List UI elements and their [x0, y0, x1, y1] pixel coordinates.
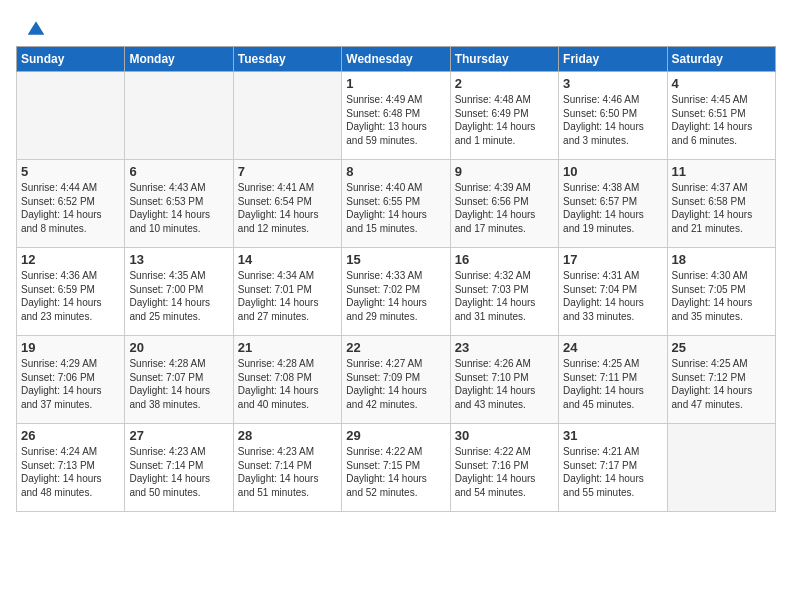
svg-marker-0 — [28, 21, 45, 34]
day-info: Sunrise: 4:23 AMSunset: 7:14 PMDaylight:… — [238, 445, 337, 499]
day-number: 17 — [563, 252, 662, 267]
calendar-cell: 26Sunrise: 4:24 AMSunset: 7:13 PMDayligh… — [17, 424, 125, 512]
day-info: Sunrise: 4:28 AMSunset: 7:07 PMDaylight:… — [129, 357, 228, 411]
calendar-week-row: 12Sunrise: 4:36 AMSunset: 6:59 PMDayligh… — [17, 248, 776, 336]
day-info: Sunrise: 4:21 AMSunset: 7:17 PMDaylight:… — [563, 445, 662, 499]
calendar-cell: 23Sunrise: 4:26 AMSunset: 7:10 PMDayligh… — [450, 336, 558, 424]
page-header — [0, 0, 792, 46]
day-info: Sunrise: 4:29 AMSunset: 7:06 PMDaylight:… — [21, 357, 120, 411]
day-info: Sunrise: 4:27 AMSunset: 7:09 PMDaylight:… — [346, 357, 445, 411]
day-info: Sunrise: 4:25 AMSunset: 7:11 PMDaylight:… — [563, 357, 662, 411]
logo-icon — [26, 18, 46, 38]
weekday-header-thursday: Thursday — [450, 47, 558, 72]
day-info: Sunrise: 4:22 AMSunset: 7:16 PMDaylight:… — [455, 445, 554, 499]
calendar-cell: 19Sunrise: 4:29 AMSunset: 7:06 PMDayligh… — [17, 336, 125, 424]
day-info: Sunrise: 4:35 AMSunset: 7:00 PMDaylight:… — [129, 269, 228, 323]
day-number: 31 — [563, 428, 662, 443]
day-number: 14 — [238, 252, 337, 267]
day-number: 28 — [238, 428, 337, 443]
calendar-week-row: 19Sunrise: 4:29 AMSunset: 7:06 PMDayligh… — [17, 336, 776, 424]
calendar-cell: 5Sunrise: 4:44 AMSunset: 6:52 PMDaylight… — [17, 160, 125, 248]
calendar-cell — [233, 72, 341, 160]
day-info: Sunrise: 4:44 AMSunset: 6:52 PMDaylight:… — [21, 181, 120, 235]
weekday-header-monday: Monday — [125, 47, 233, 72]
calendar-cell: 2Sunrise: 4:48 AMSunset: 6:49 PMDaylight… — [450, 72, 558, 160]
calendar-week-row: 26Sunrise: 4:24 AMSunset: 7:13 PMDayligh… — [17, 424, 776, 512]
day-info: Sunrise: 4:48 AMSunset: 6:49 PMDaylight:… — [455, 93, 554, 147]
calendar-cell: 13Sunrise: 4:35 AMSunset: 7:00 PMDayligh… — [125, 248, 233, 336]
day-info: Sunrise: 4:49 AMSunset: 6:48 PMDaylight:… — [346, 93, 445, 147]
day-number: 29 — [346, 428, 445, 443]
calendar-cell — [667, 424, 775, 512]
calendar-cell: 18Sunrise: 4:30 AMSunset: 7:05 PMDayligh… — [667, 248, 775, 336]
day-number: 13 — [129, 252, 228, 267]
day-info: Sunrise: 4:36 AMSunset: 6:59 PMDaylight:… — [21, 269, 120, 323]
day-number: 20 — [129, 340, 228, 355]
calendar-cell: 12Sunrise: 4:36 AMSunset: 6:59 PMDayligh… — [17, 248, 125, 336]
day-number: 3 — [563, 76, 662, 91]
day-number: 8 — [346, 164, 445, 179]
calendar-cell: 28Sunrise: 4:23 AMSunset: 7:14 PMDayligh… — [233, 424, 341, 512]
day-number: 1 — [346, 76, 445, 91]
calendar-cell: 1Sunrise: 4:49 AMSunset: 6:48 PMDaylight… — [342, 72, 450, 160]
day-info: Sunrise: 4:30 AMSunset: 7:05 PMDaylight:… — [672, 269, 771, 323]
calendar-cell: 16Sunrise: 4:32 AMSunset: 7:03 PMDayligh… — [450, 248, 558, 336]
day-info: Sunrise: 4:32 AMSunset: 7:03 PMDaylight:… — [455, 269, 554, 323]
calendar-table: SundayMondayTuesdayWednesdayThursdayFrid… — [16, 46, 776, 512]
day-info: Sunrise: 4:31 AMSunset: 7:04 PMDaylight:… — [563, 269, 662, 323]
day-number: 6 — [129, 164, 228, 179]
calendar-body: 1Sunrise: 4:49 AMSunset: 6:48 PMDaylight… — [17, 72, 776, 512]
calendar-cell — [17, 72, 125, 160]
day-number: 27 — [129, 428, 228, 443]
calendar-cell: 17Sunrise: 4:31 AMSunset: 7:04 PMDayligh… — [559, 248, 667, 336]
day-number: 5 — [21, 164, 120, 179]
day-number: 19 — [21, 340, 120, 355]
calendar-week-row: 5Sunrise: 4:44 AMSunset: 6:52 PMDaylight… — [17, 160, 776, 248]
day-number: 7 — [238, 164, 337, 179]
day-info: Sunrise: 4:40 AMSunset: 6:55 PMDaylight:… — [346, 181, 445, 235]
day-info: Sunrise: 4:25 AMSunset: 7:12 PMDaylight:… — [672, 357, 771, 411]
day-number: 18 — [672, 252, 771, 267]
day-info: Sunrise: 4:22 AMSunset: 7:15 PMDaylight:… — [346, 445, 445, 499]
day-number: 22 — [346, 340, 445, 355]
weekday-header-row: SundayMondayTuesdayWednesdayThursdayFrid… — [17, 47, 776, 72]
calendar-cell: 14Sunrise: 4:34 AMSunset: 7:01 PMDayligh… — [233, 248, 341, 336]
day-number: 21 — [238, 340, 337, 355]
calendar-cell: 9Sunrise: 4:39 AMSunset: 6:56 PMDaylight… — [450, 160, 558, 248]
weekday-header-friday: Friday — [559, 47, 667, 72]
calendar-header: SundayMondayTuesdayWednesdayThursdayFrid… — [17, 47, 776, 72]
day-number: 4 — [672, 76, 771, 91]
calendar-cell: 11Sunrise: 4:37 AMSunset: 6:58 PMDayligh… — [667, 160, 775, 248]
calendar-week-row: 1Sunrise: 4:49 AMSunset: 6:48 PMDaylight… — [17, 72, 776, 160]
calendar-cell: 7Sunrise: 4:41 AMSunset: 6:54 PMDaylight… — [233, 160, 341, 248]
day-info: Sunrise: 4:23 AMSunset: 7:14 PMDaylight:… — [129, 445, 228, 499]
day-info: Sunrise: 4:26 AMSunset: 7:10 PMDaylight:… — [455, 357, 554, 411]
day-info: Sunrise: 4:45 AMSunset: 6:51 PMDaylight:… — [672, 93, 771, 147]
calendar-cell: 3Sunrise: 4:46 AMSunset: 6:50 PMDaylight… — [559, 72, 667, 160]
day-info: Sunrise: 4:28 AMSunset: 7:08 PMDaylight:… — [238, 357, 337, 411]
day-number: 10 — [563, 164, 662, 179]
day-info: Sunrise: 4:38 AMSunset: 6:57 PMDaylight:… — [563, 181, 662, 235]
day-number: 15 — [346, 252, 445, 267]
calendar-cell — [125, 72, 233, 160]
calendar-cell: 4Sunrise: 4:45 AMSunset: 6:51 PMDaylight… — [667, 72, 775, 160]
day-info: Sunrise: 4:39 AMSunset: 6:56 PMDaylight:… — [455, 181, 554, 235]
day-info: Sunrise: 4:41 AMSunset: 6:54 PMDaylight:… — [238, 181, 337, 235]
weekday-header-sunday: Sunday — [17, 47, 125, 72]
calendar-cell: 22Sunrise: 4:27 AMSunset: 7:09 PMDayligh… — [342, 336, 450, 424]
day-number: 2 — [455, 76, 554, 91]
day-info: Sunrise: 4:37 AMSunset: 6:58 PMDaylight:… — [672, 181, 771, 235]
day-info: Sunrise: 4:43 AMSunset: 6:53 PMDaylight:… — [129, 181, 228, 235]
calendar-cell: 31Sunrise: 4:21 AMSunset: 7:17 PMDayligh… — [559, 424, 667, 512]
weekday-header-tuesday: Tuesday — [233, 47, 341, 72]
weekday-header-saturday: Saturday — [667, 47, 775, 72]
calendar-wrapper: SundayMondayTuesdayWednesdayThursdayFrid… — [0, 46, 792, 520]
day-number: 25 — [672, 340, 771, 355]
day-info: Sunrise: 4:24 AMSunset: 7:13 PMDaylight:… — [21, 445, 120, 499]
calendar-cell: 24Sunrise: 4:25 AMSunset: 7:11 PMDayligh… — [559, 336, 667, 424]
day-number: 9 — [455, 164, 554, 179]
day-info: Sunrise: 4:46 AMSunset: 6:50 PMDaylight:… — [563, 93, 662, 147]
calendar-cell: 21Sunrise: 4:28 AMSunset: 7:08 PMDayligh… — [233, 336, 341, 424]
day-number: 26 — [21, 428, 120, 443]
calendar-cell: 30Sunrise: 4:22 AMSunset: 7:16 PMDayligh… — [450, 424, 558, 512]
